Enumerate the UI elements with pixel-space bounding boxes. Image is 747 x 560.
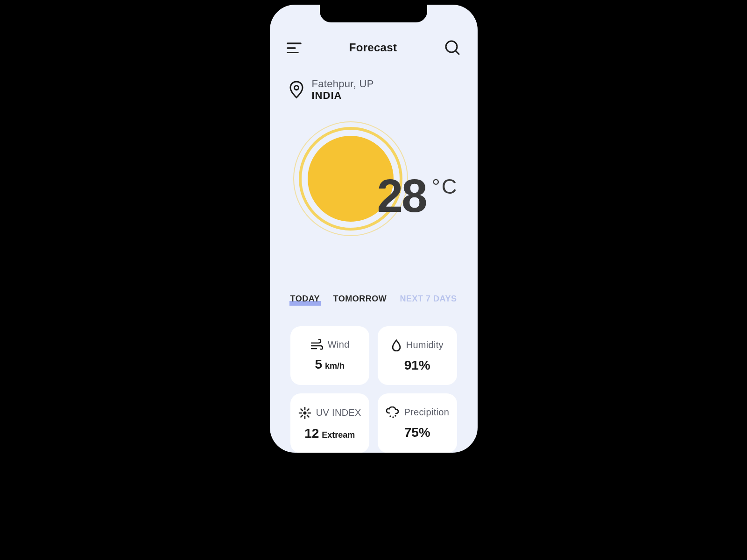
humidity-label: Humidity — [406, 340, 444, 350]
svg-point-20 — [395, 415, 396, 416]
svg-line-15 — [307, 415, 309, 417]
search-button[interactable] — [444, 40, 460, 56]
search-icon — [444, 40, 460, 56]
svg-point-19 — [393, 416, 394, 418]
temperature-value: 28 — [377, 175, 426, 217]
card-precipitation: Precipition 75% — [378, 393, 457, 453]
location-country: INDIA — [312, 90, 374, 101]
tab-next7days[interactable]: NEXT 7 DAYS — [400, 294, 457, 304]
tab-tomorrow[interactable]: TOMORROW — [333, 294, 387, 304]
svg-line-17 — [301, 415, 303, 417]
svg-point-5 — [294, 86, 298, 90]
wind-icon — [310, 339, 323, 350]
location-row: Fatehpur, UP INDIA — [270, 56, 478, 102]
precipitation-icon — [385, 406, 399, 419]
current-weather: 28 °C — [270, 120, 478, 260]
precipitation-label: Precipition — [404, 407, 449, 418]
location-city: Fatehpur, UP — [312, 78, 374, 90]
uv-value: 12 — [304, 426, 319, 441]
card-wind: Wind 5 km/h — [290, 326, 370, 385]
card-humidity: Humidity 91% — [378, 326, 457, 385]
phone-frame: Forecast Fatehpur, UP INDIA — [270, 5, 478, 453]
menu-button[interactable] — [287, 42, 302, 53]
svg-point-18 — [390, 415, 391, 417]
svg-point-9 — [303, 411, 306, 414]
svg-line-4 — [456, 51, 459, 54]
uv-icon — [298, 406, 311, 420]
page-title: Forecast — [349, 41, 397, 54]
wind-unit: km/h — [325, 361, 345, 371]
droplet-icon — [391, 339, 402, 351]
tab-today[interactable]: TODAY — [290, 294, 320, 304]
forecast-tabs: TODAY TOMORROW NEXT 7 DAYS — [270, 294, 478, 304]
wind-value: 5 — [315, 357, 322, 372]
location-pin-icon — [289, 81, 303, 98]
stat-cards: Wind 5 km/h Humidity 91% — [270, 326, 478, 453]
precipitation-value: 75% — [404, 425, 430, 440]
card-uv: UV INDEX 12 Extream — [290, 393, 370, 453]
humidity-value: 91% — [404, 358, 430, 373]
phone-notch — [320, 5, 427, 22]
location-text: Fatehpur, UP INDIA — [312, 78, 374, 102]
svg-line-14 — [301, 409, 303, 411]
wind-label: Wind — [328, 339, 350, 350]
uv-label: UV INDEX — [316, 407, 361, 418]
temperature-row: 28 °C — [377, 175, 458, 217]
menu-icon — [287, 42, 302, 53]
svg-line-16 — [307, 409, 309, 411]
uv-unit: Extream — [322, 430, 355, 440]
temperature-unit: °C — [432, 175, 458, 199]
